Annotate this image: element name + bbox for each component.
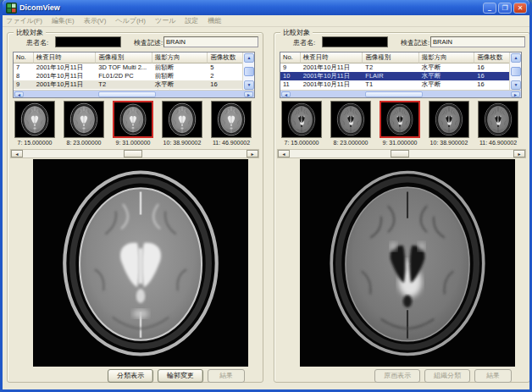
strip-scroll-left-icon[interactable]: ◄ bbox=[11, 150, 23, 157]
scroll-down-icon[interactable]: ▼ bbox=[244, 80, 254, 90]
thumbnail-slice-7[interactable] bbox=[14, 101, 55, 138]
thumbnail-image bbox=[381, 102, 418, 136]
table-row-selected[interactable]: 102001年10月11日FLAIR水平断16 bbox=[280, 72, 509, 80]
header-no[interactable]: No. bbox=[280, 52, 301, 63]
patient-name-label: 患者名: bbox=[26, 38, 48, 47]
table-row[interactable]: 112001年10月11日T1水平断16 bbox=[280, 80, 509, 89]
application-window: DicomView – ❐ ✕ ファイル(F) 編集(E) 表示(V) ヘルプ(… bbox=[0, 0, 532, 392]
thumbnail-slice-10[interactable] bbox=[429, 101, 469, 138]
patient-name-redacted bbox=[322, 36, 388, 47]
study-description-field[interactable]: BRAIN bbox=[163, 36, 258, 47]
thumbnail-caption: 9: 31.000000 bbox=[108, 140, 158, 146]
thumbnail-slice-9-selected[interactable] bbox=[113, 101, 153, 138]
thumbnail-image bbox=[15, 102, 54, 137]
thumbnail-slice-8[interactable] bbox=[330, 101, 371, 138]
table-header: No. 検査日時 画像種別 撮影方向 画像枚数 bbox=[280, 52, 509, 63]
strip-scroll-thumb[interactable] bbox=[391, 150, 409, 157]
header-date[interactable]: 検査日時 bbox=[34, 52, 96, 63]
thumbnail-slice-10[interactable] bbox=[162, 101, 202, 138]
scroll-right-icon[interactable]: ► bbox=[511, 91, 520, 97]
thumbnail-caption: 11: 46.900002 bbox=[207, 140, 256, 146]
thumbnail-slice-9-selected[interactable] bbox=[380, 101, 420, 138]
main-image-t2[interactable] bbox=[33, 159, 248, 367]
table-vertical-scrollbar[interactable]: ▲ ▼ bbox=[509, 52, 521, 91]
thumbnail-slice-7[interactable] bbox=[281, 101, 322, 138]
horizontal-scroll-thumb[interactable] bbox=[98, 91, 156, 97]
table-horizontal-scrollbar[interactable]: ◄ ► bbox=[280, 90, 521, 97]
close-button[interactable]: ✕ bbox=[513, 3, 527, 14]
strip-scroll-thumb[interactable] bbox=[124, 150, 142, 157]
thumbnail-image bbox=[479, 102, 518, 137]
scroll-up-icon[interactable]: ▲ bbox=[244, 53, 254, 63]
thumbnail-strip-scrollbar[interactable]: ◄ ► bbox=[10, 149, 259, 158]
thumbnail-strip-scrollbar[interactable]: ◄ ► bbox=[277, 149, 526, 158]
thumbnail-caption: 11: 46.900002 bbox=[474, 140, 523, 146]
table-rows: 72001年10月11日3D TOF Multi 2...前額断5 82001年… bbox=[14, 63, 242, 91]
scroll-down-icon[interactable]: ▼ bbox=[511, 80, 521, 90]
header-type[interactable]: 画像種別 bbox=[96, 52, 152, 63]
header-date[interactable]: 検査日時 bbox=[301, 52, 363, 63]
strip-scroll-left-icon[interactable]: ◄ bbox=[278, 150, 290, 157]
header-direction[interactable]: 撮影方向 bbox=[152, 52, 208, 63]
thumbnail-caption: 10: 38.900002 bbox=[158, 140, 207, 146]
minimize-button[interactable]: – bbox=[483, 3, 496, 14]
menu-help[interactable]: ヘルプ(H) bbox=[115, 16, 146, 25]
thumbnail-image bbox=[64, 102, 103, 137]
header-no[interactable]: No. bbox=[14, 52, 34, 63]
table-horizontal-scrollbar[interactable]: ◄ ► bbox=[14, 90, 254, 97]
table-row-selected-inactive[interactable]: 92001年10月11日T2水平断16 bbox=[14, 80, 242, 89]
scroll-left-icon[interactable]: ◄ bbox=[281, 91, 291, 97]
thumbnail-slice-8[interactable] bbox=[64, 101, 104, 138]
scroll-up-icon[interactable]: ▲ bbox=[511, 53, 521, 63]
thumbnail-image bbox=[429, 102, 468, 137]
header-direction[interactable]: 撮影方向 bbox=[419, 52, 475, 63]
button-row: 原画表示 組織分類 結果 bbox=[274, 369, 523, 383]
contour-change-button[interactable]: 輪郭変更 bbox=[158, 369, 203, 383]
table-header: No. 検査日時 画像種別 撮影方向 画像枚数 bbox=[14, 52, 242, 63]
thumbnail-slice-11[interactable] bbox=[211, 101, 252, 138]
menu-view[interactable]: 表示(V) bbox=[84, 16, 107, 25]
header-type[interactable]: 画像種別 bbox=[363, 52, 419, 63]
horizontal-scroll-thumb[interactable] bbox=[365, 91, 423, 97]
table-row[interactable]: 92001年10月11日T2水平断16 bbox=[280, 63, 509, 72]
restore-button[interactable]: ❐ bbox=[498, 3, 512, 14]
table-row[interactable]: 72001年10月11日3D TOF Multi 2...前額断5 bbox=[14, 63, 242, 72]
series-table[interactable]: No. 検査日時 画像種別 撮影方向 画像枚数 92001年10月11日T2水平… bbox=[280, 52, 522, 98]
thumbnail-caption: 10: 38.900002 bbox=[424, 140, 474, 146]
table-vertical-scrollbar[interactable]: ▲ ▼ bbox=[242, 52, 254, 91]
patient-name-label: 患者名: bbox=[293, 38, 315, 47]
group-label: 比較対象 bbox=[14, 28, 46, 37]
button-row: 分類表示 輪郭変更 結果 bbox=[8, 369, 256, 383]
result-button: 結果 bbox=[474, 369, 512, 383]
study-description-label: 検査記述: bbox=[401, 38, 429, 47]
window-title: DicomView bbox=[19, 3, 483, 12]
thumbnail-image bbox=[163, 102, 202, 137]
thumbnail-image bbox=[212, 102, 251, 137]
menu-settings[interactable]: 設定 bbox=[185, 16, 198, 25]
menu-tools[interactable]: ツール bbox=[155, 16, 175, 25]
header-count[interactable]: 画像枚数 bbox=[474, 52, 509, 63]
thumbnail-image bbox=[114, 102, 152, 136]
thumbnail-caption: 8: 23.000000 bbox=[326, 140, 375, 146]
menu-functions[interactable]: 機能 bbox=[208, 16, 221, 25]
menu-file[interactable]: ファイル(F) bbox=[6, 16, 42, 25]
study-description-field[interactable]: BRAIN bbox=[430, 36, 525, 47]
strip-scroll-right-icon[interactable]: ► bbox=[247, 150, 258, 157]
scroll-right-icon[interactable]: ► bbox=[244, 91, 253, 97]
main-image-flair[interactable] bbox=[300, 159, 515, 367]
table-row[interactable]: 82001年10月11日FL01/2D PC前額断2 bbox=[14, 72, 242, 80]
vertical-scroll-thumb[interactable] bbox=[511, 67, 521, 76]
thumbnail-image bbox=[282, 102, 321, 137]
scroll-left-icon[interactable]: ◄ bbox=[14, 91, 24, 97]
menu-edit[interactable]: 編集(E) bbox=[52, 16, 75, 25]
vertical-scroll-thumb[interactable] bbox=[244, 67, 254, 76]
classification-display-button[interactable]: 分類表示 bbox=[108, 369, 153, 383]
header-count[interactable]: 画像枚数 bbox=[208, 52, 242, 63]
thumbnail-slice-11[interactable] bbox=[478, 101, 518, 138]
thumbnail-caption: 7: 15.000000 bbox=[10, 140, 59, 146]
strip-scroll-right-icon[interactable]: ► bbox=[513, 150, 525, 157]
title-bar[interactable]: DicomView – ❐ ✕ bbox=[3, 0, 529, 15]
app-icon bbox=[6, 3, 17, 14]
thumbnail-caption: 7: 15.000000 bbox=[277, 140, 326, 146]
series-table[interactable]: No. 検査日時 画像種別 撮影方向 画像枚数 72001年10月11日3D T… bbox=[13, 52, 255, 98]
